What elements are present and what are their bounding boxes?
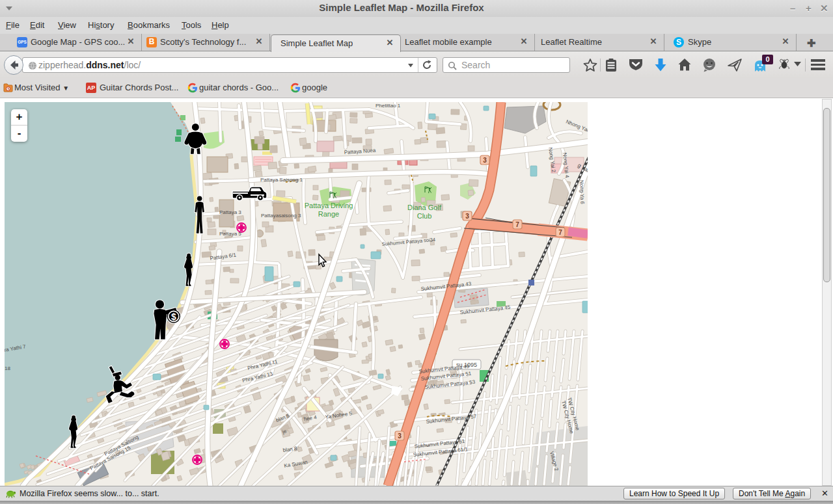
svg-text:7: 7 [558, 229, 562, 236]
svg-text:Nong Ya 6: Nong Ya 6 [579, 180, 585, 205]
svg-text:Diana Golf: Diana Golf [407, 204, 442, 211]
svg-text:Pattaya Saisong 1: Pattaya Saisong 1 [260, 177, 303, 183]
svg-text:$: $ [171, 312, 176, 322]
svg-text:3: 3 [398, 432, 402, 440]
svg-text:3: 3 [465, 213, 469, 220]
svg-text:Pattaya Driving: Pattaya Driving [305, 202, 353, 209]
svg-text:3: 3 [483, 157, 487, 164]
svg-text:7: 7 [515, 221, 519, 228]
svg-text:Range: Range [318, 210, 339, 218]
svg-text:Pattaya 3: Pattaya 3 [219, 209, 241, 215]
svg-text:Club: Club [417, 212, 432, 220]
svg-text:Pattaya 5: Pattaya 5 [219, 231, 241, 237]
svg-text:18: 18 [5, 365, 10, 371]
svg-text:Phetittao 1: Phetittao 1 [376, 103, 401, 109]
svg-text:Pattayasaisong 3: Pattayasaisong 3 [261, 213, 301, 219]
